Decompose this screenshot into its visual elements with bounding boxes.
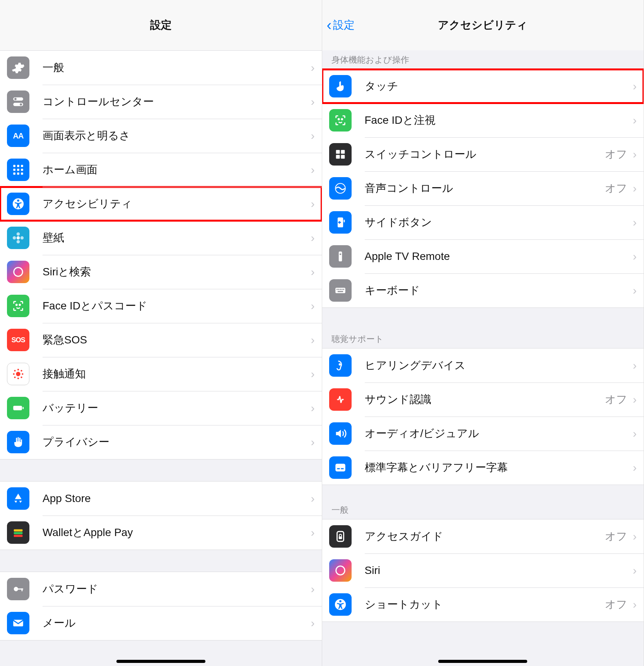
svg-rect-55 [340,289,341,290]
chevron-right-icon: › [311,129,315,142]
svg-point-28 [13,373,15,375]
row-faceid-attention[interactable]: Face IDと注視 › [322,103,644,137]
svg-rect-56 [341,289,342,290]
row-wallet[interactable]: WalletとApple Pay › [0,516,322,550]
row-faceid[interactable]: Face IDとパスコード › [0,289,322,323]
row-label: Siri [365,564,633,577]
svg-rect-39 [22,589,23,591]
side-button-icon [329,211,352,234]
svg-rect-50 [338,251,342,261]
svg-point-29 [22,373,23,375]
svg-point-23 [16,372,20,376]
row-wallpaper[interactable]: 壁紙 › [0,221,322,255]
svg-point-67 [339,600,342,603]
svg-rect-10 [13,172,15,175]
row-switch-control[interactable]: スイッチコントロール オフ › [322,137,644,171]
svg-point-42 [341,119,342,120]
row-value: オフ [605,529,627,544]
row-side-button[interactable]: サイドボタン › [322,205,644,239]
chevron-right-icon: › [633,216,637,229]
row-exposure[interactable]: 接触通知 › [0,357,322,391]
chevron-right-icon: › [311,435,315,449]
row-siri-access[interactable]: Siri › [322,553,644,587]
row-siri[interactable]: Siriと検索 › [0,255,322,289]
chevron-right-icon: › [633,530,637,543]
settings-pane: 設定 一般 › コントロールセンター › AA 画面表示と明るさ › [0,0,322,666]
chevron-right-icon: › [311,367,315,381]
svg-rect-7 [13,169,15,171]
faceid-icon [7,295,29,317]
key-icon [7,578,29,600]
back-button[interactable]: ‹ 設定 [327,17,355,34]
row-home-screen[interactable]: ホーム画面 › [0,153,322,187]
appstore-icon [7,487,29,510]
row-touch[interactable]: タッチ › [322,69,644,103]
chevron-right-icon: › [311,333,315,347]
chevron-right-icon: › [311,401,315,415]
row-privacy[interactable]: プライバシー › [0,425,322,459]
home-indicator[interactable] [116,660,205,663]
hand-icon [7,431,29,453]
row-general[interactable]: 一般 › [0,51,322,85]
row-sound-recognition[interactable]: サウンド認識 オフ › [322,383,644,417]
row-control-center[interactable]: コントロールセンター › [0,85,322,119]
svg-rect-46 [341,155,345,159]
svg-point-65 [336,566,345,575]
row-label: 緊急SOS [43,333,311,347]
row-appstore[interactable]: App Store › [0,482,322,516]
row-voice-control[interactable]: 音声コントロール オフ › [322,171,644,205]
row-guided-access[interactable]: アクセスガイド オフ › [322,519,644,553]
row-keyboard[interactable]: キーボード › [322,273,644,307]
chevron-right-icon: › [311,61,315,74]
chevron-right-icon: › [311,95,315,108]
chevron-right-icon: › [633,427,637,440]
touch-icon [329,75,352,97]
row-hearing-devices[interactable]: ヒアリングデバイス › [322,348,644,383]
hearing-list: ヒアリングデバイス › サウンド認識 オフ › オーディオ/ビジュアル › 標準… [322,348,644,485]
svg-rect-11 [17,172,19,175]
row-label: ホーム画面 [43,162,311,177]
svg-point-31 [17,377,19,379]
row-display[interactable]: AA 画面表示と明るさ › [0,119,322,153]
svg-rect-57 [343,289,344,290]
svg-point-21 [16,304,17,306]
row-battery[interactable]: バッテリー › [0,391,322,425]
svg-point-20 [14,268,23,277]
faceid-icon [329,109,352,131]
row-label: App Store [43,492,311,505]
chevron-left-icon: ‹ [327,17,332,34]
svg-rect-5 [17,165,19,167]
row-value: オフ [605,147,627,162]
row-shortcut[interactable]: ショートカット オフ › [322,587,644,622]
svg-rect-36 [14,535,23,537]
home-indicator[interactable] [438,660,527,663]
chevron-right-icon: › [311,231,315,244]
svg-point-30 [17,369,19,371]
row-appletv-remote[interactable]: Apple TV Remote › [322,239,644,273]
row-passwords[interactable]: パスワード › [0,572,322,606]
row-mail[interactable]: メール › [0,606,322,640]
svg-rect-32 [13,406,22,410]
text-size-icon: AA [7,125,29,147]
row-sos[interactable]: SOS 緊急SOS › [0,323,322,357]
svg-rect-33 [22,407,24,409]
svg-point-26 [14,376,15,378]
svg-rect-61 [337,468,340,469]
svg-rect-62 [341,468,343,469]
row-subtitles[interactable]: 標準字幕とバリアフリー字幕 › [322,451,644,485]
svg-point-19 [20,236,24,240]
svg-rect-9 [21,169,23,171]
gear-icon [7,56,29,79]
header: 設定 [0,0,322,50]
svg-point-59 [338,363,341,365]
row-label: Face IDと注視 [365,113,633,128]
row-label: パスワード [43,582,311,596]
siri-icon [7,261,29,283]
row-value: オフ [605,181,627,196]
page-title: アクセシビリティ [438,18,528,32]
row-accessibility[interactable]: アクセシビリティ › [0,187,322,221]
row-label: サイドボタン [365,215,633,230]
row-audio-visual[interactable]: オーディオ/ビジュアル › [322,417,644,451]
svg-point-27 [20,376,22,378]
chevron-right-icon: › [311,492,315,505]
